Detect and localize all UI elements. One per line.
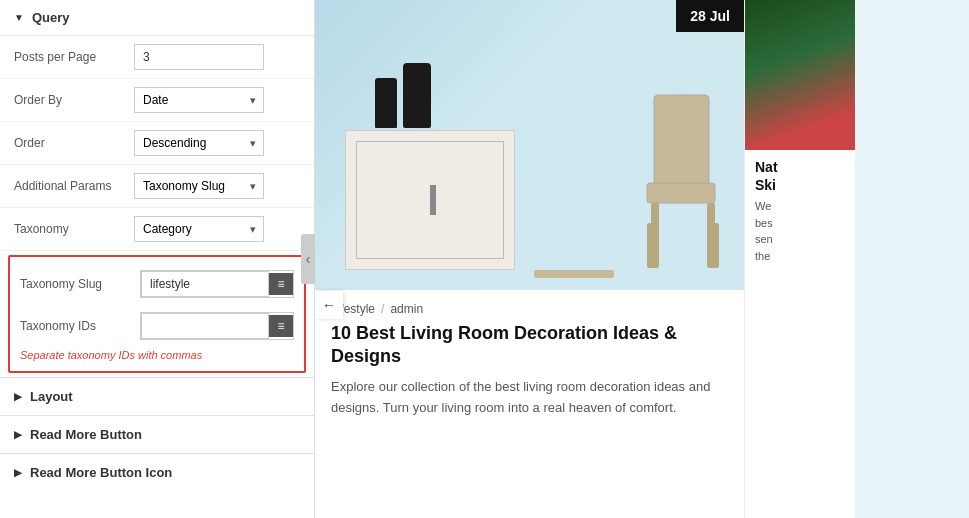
additional-params-label: Additional Params [14,179,134,193]
posts-per-page-input[interactable] [134,44,264,70]
posts-per-page-control [134,44,300,70]
card-author[interactable]: admin [390,302,423,316]
query-section-header[interactable]: ▼ Query [0,0,314,36]
additional-params-select[interactable]: Taxonomy Slug Taxonomy IDs None [134,173,264,199]
svg-rect-0 [654,95,709,185]
table-illustration [534,270,614,278]
svg-rect-5 [711,223,719,268]
taxonomy-slug-row: Taxonomy Slug ≡ [10,263,304,305]
taxonomy-slug-control: ≡ [140,270,294,298]
taxonomy-ids-list-icon[interactable]: ≡ [269,315,293,337]
layout-section-header[interactable]: ▶ Layout [0,378,314,415]
read-more-button-section-label: Read More Button [30,427,142,442]
taxonomy-slug-ids-section: Taxonomy Slug ≡ Taxonomy IDs ≡ Separate … [8,255,306,373]
vase-2-illustration [403,63,431,128]
taxonomy-ids-hint: Separate taxonomy IDs with commas [10,347,304,367]
furniture-cabinet-illustration [345,130,515,270]
layout-section: ▶ Layout [0,377,314,415]
vase-1-illustration [375,78,397,128]
posts-per-page-label: Posts per Page [14,50,134,64]
order-select[interactable]: Descending Ascending [134,130,264,156]
read-more-button-icon-section-header[interactable]: ▶ Read More Button Icon [0,454,314,491]
meta-separator: / [381,302,384,316]
read-more-arrow-icon: ▶ [14,429,22,440]
taxonomy-ids-label: Taxonomy IDs [20,319,140,333]
chair-illustration [599,85,729,275]
card-partial-image [745,0,855,150]
additional-params-control: Taxonomy Slug Taxonomy IDs None [134,173,300,199]
svg-rect-4 [647,223,655,268]
back-arrow-button[interactable]: ← [315,291,343,319]
card-partial-content: Nat Ski We bes sen the [745,150,855,272]
card-main-title: 10 Best Living Room Decoration Ideas & D… [331,322,728,369]
blog-card-main: 28 Jul [315,0,745,518]
blog-cards-container: 28 Jul [315,0,969,518]
taxonomy-select[interactable]: Category Tag Custom [134,216,264,242]
read-more-button-section: ▶ Read More Button [0,415,314,453]
taxonomy-label: Taxonomy [14,222,134,236]
additional-params-row: Additional Params Taxonomy Slug Taxonomy… [0,165,314,208]
order-by-control: Date Title Author Random [134,87,300,113]
posts-per-page-row: Posts per Page [0,36,314,79]
order-by-select[interactable]: Date Title Author Random [134,87,264,113]
order-label: Order [14,136,134,150]
order-row: Order Descending Ascending [0,122,314,165]
card-main-meta: Lifestyle / admin [331,302,728,316]
date-badge: 28 Jul [676,0,744,32]
order-by-row: Order By Date Title Author Random [0,79,314,122]
taxonomy-ids-input[interactable] [141,313,269,339]
layout-section-label: Layout [30,389,73,404]
cabinet-handle [430,185,436,215]
taxonomy-slug-label: Taxonomy Slug [20,277,140,291]
layout-arrow-icon: ▶ [14,391,22,402]
taxonomy-slug-list-icon[interactable]: ≡ [269,273,293,295]
svg-rect-1 [647,183,715,203]
taxonomy-ids-control: ≡ [140,312,294,340]
read-more-button-icon-section-label: Read More Button Icon [30,465,172,480]
read-more-icon-arrow-icon: ▶ [14,467,22,478]
card-partial-title: Nat Ski [755,158,845,194]
card-main-image: 28 Jul [315,0,744,290]
left-panel: ▼ Query Posts per Page Order By Date Tit… [0,0,315,518]
taxonomy-slug-input[interactable] [141,271,269,297]
order-control: Descending Ascending [134,130,300,156]
read-more-button-section-header[interactable]: ▶ Read More Button [0,416,314,453]
taxonomy-row: Taxonomy Category Tag Custom [0,208,314,251]
card-partial-excerpt: We bes sen the [755,198,845,264]
query-header-label: Query [32,10,70,25]
right-panel: 28 Jul [315,0,969,518]
order-by-label: Order By [14,93,134,107]
card-main-content: Lifestyle / admin 10 Best Living Room De… [315,290,744,518]
read-more-button-icon-section: ▶ Read More Button Icon [0,453,314,491]
blog-card-partial: Nat Ski We bes sen the [745,0,855,518]
card-main-excerpt: Explore our collection of the best livin… [331,377,728,419]
taxonomy-ids-row: Taxonomy IDs ≡ [10,305,304,347]
taxonomy-control: Category Tag Custom [134,216,300,242]
panel-handle[interactable] [301,234,315,284]
query-arrow-icon: ▼ [14,12,24,23]
